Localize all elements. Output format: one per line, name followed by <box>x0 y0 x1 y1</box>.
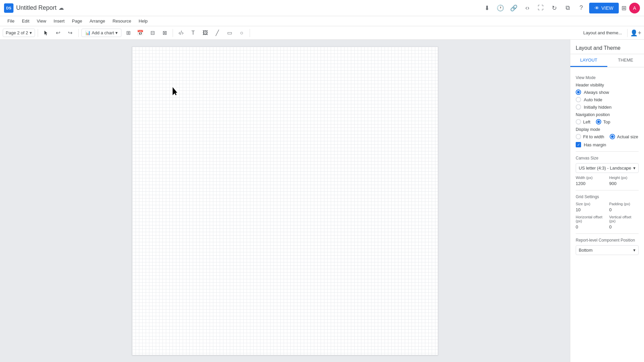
embed-url-btn[interactable]: ‹/› <box>176 28 186 38</box>
component-position-chevron: ▾ <box>633 248 636 253</box>
nav-left-option[interactable]: Left <box>576 119 591 124</box>
tab-layout[interactable]: LAYOUT <box>570 54 607 67</box>
nav-left-label: Left <box>583 119 591 124</box>
canvas-size-section-title: Canvas Size <box>576 156 639 160</box>
menu-view[interactable]: View <box>33 17 49 25</box>
view-icon: 👁 <box>595 5 599 11</box>
refresh-icon-btn[interactable]: ↻ <box>549 3 560 13</box>
main-content: Layout and Theme LAYOUT THEME View Mode … <box>0 40 644 362</box>
component-position-dropdown[interactable]: Bottom ▾ <box>576 245 639 255</box>
add-table-btn[interactable]: ⊞ <box>123 28 134 38</box>
nav-left-radio[interactable] <box>576 119 581 124</box>
header-always-show-option[interactable]: Always show <box>576 89 639 95</box>
display-mode-group: Fit to width Actual size <box>576 134 639 139</box>
add-chart-label: Add a chart <box>92 30 114 35</box>
canvas-width-label: Width (px) <box>576 176 605 180</box>
menu-edit[interactable]: Edit <box>19 17 33 25</box>
add-date-btn[interactable]: 📅 <box>135 28 146 38</box>
grid-v-offset-label: Vertical offset (px) <box>609 215 639 223</box>
grid-h-offset-value[interactable]: 0 <box>576 224 605 229</box>
header-visibility-label: Header visibility <box>576 83 639 87</box>
grid-v-offset-value[interactable]: 0 <box>609 224 639 229</box>
grid-size-group: Size (px) 10 <box>576 202 605 212</box>
nav-top-radio[interactable] <box>596 119 601 124</box>
has-margin-option[interactable]: ✓ Has margin <box>576 142 639 147</box>
canvas-height-value[interactable]: 900 <box>609 181 639 186</box>
canvas-width-value[interactable]: 1200 <box>576 181 605 186</box>
header-initially-hidden-option[interactable]: Initially hidden <box>576 104 639 110</box>
component-position-value: Bottom <box>579 248 593 253</box>
right-panel: Layout and Theme LAYOUT THEME View Mode … <box>570 40 644 362</box>
tab-theme[interactable]: THEME <box>607 54 644 67</box>
fullscreen-icon-btn[interactable]: ⛶ <box>535 3 546 13</box>
add-filter-btn[interactable]: ⊟ <box>147 28 158 38</box>
grid-h-offset-group: Horizontal offset (px) 0 <box>576 215 605 229</box>
canvas-size-dropdown[interactable]: US letter (4:3) - Landscape ▾ <box>576 163 639 173</box>
select-tool-btn[interactable] <box>41 28 51 38</box>
add-scorecard-btn[interactable]: ⊠ <box>159 28 170 38</box>
share-icon[interactable]: 👤+ <box>630 29 641 37</box>
undo-btn[interactable]: ↩ <box>53 28 64 38</box>
header-always-show-label: Always show <box>584 90 609 95</box>
view-button[interactable]: 👁 VIEW <box>589 3 619 13</box>
line-btn[interactable]: ╱ <box>212 28 223 38</box>
display-actual-label: Actual size <box>617 134 638 139</box>
header-initially-hidden-radio[interactable] <box>576 104 581 110</box>
text-box-btn[interactable]: T <box>188 28 199 38</box>
display-fit-radio[interactable] <box>576 134 581 139</box>
link-icon-btn[interactable]: 🔗 <box>508 3 519 13</box>
display-fit-label: Fit to width <box>583 134 604 139</box>
display-actual-option[interactable]: Actual size <box>610 134 638 139</box>
report-canvas[interactable] <box>132 46 438 355</box>
menu-page[interactable]: Page <box>69 17 85 25</box>
menu-arrange[interactable]: Arrange <box>86 17 108 25</box>
header-visibility-group: Always show Auto hide Initially hidden <box>576 89 639 110</box>
canvas-height-group: Height (px) 900 <box>609 176 639 186</box>
user-avatar[interactable]: A <box>629 3 640 13</box>
header-always-show-radio[interactable] <box>576 89 581 95</box>
image-btn[interactable]: 🖼 <box>200 28 211 38</box>
menu-file[interactable]: File <box>4 17 18 25</box>
header-initially-hidden-label: Initially hidden <box>584 105 611 110</box>
grid-padding-value[interactable]: 0 <box>609 207 639 212</box>
grid-offsets: Horizontal offset (px) 0 Vertical offset… <box>576 215 639 229</box>
help-icon-btn[interactable]: ? <box>576 3 586 13</box>
grid-size-value[interactable]: 10 <box>576 207 605 212</box>
component-position-section-title: Report-level Component Position <box>576 238 639 243</box>
add-chart-button[interactable]: 📊 Add a chart ▾ <box>81 29 122 37</box>
rectangle-btn[interactable]: ▭ <box>224 28 235 38</box>
grid-padding-label: Padding (px) <box>609 202 639 206</box>
schedule-icon-btn[interactable]: 🕐 <box>495 3 506 13</box>
nav-top-option[interactable]: Top <box>596 119 610 124</box>
copy-icon-btn[interactable]: ⧉ <box>562 3 573 13</box>
add-chart-chevron: ▾ <box>115 30 118 35</box>
header-auto-hide-option[interactable]: Auto hide <box>576 97 639 102</box>
menu-resource[interactable]: Resource <box>109 17 135 25</box>
has-margin-checkbox[interactable]: ✓ <box>576 142 581 147</box>
toolbar-divider-4 <box>250 29 250 37</box>
canvas-size-value: US letter (4:3) - Landscape <box>579 166 631 171</box>
layout-theme-button[interactable]: Layout and theme... <box>581 29 625 37</box>
page-selector-label: Page 2 of 2 <box>6 30 28 35</box>
toolbar-divider-5 <box>627 29 628 37</box>
has-margin-label: Has margin <box>584 142 606 147</box>
circle-btn[interactable]: ○ <box>236 28 247 38</box>
download-icon-btn[interactable]: ⬇ <box>481 3 492 13</box>
doc-title: Untitled Report <box>16 4 57 11</box>
toolbar-divider-3 <box>173 29 173 37</box>
menu-help[interactable]: Help <box>135 17 151 25</box>
toolbar: Page 2 of 2 ▾ ↩ ↪ 📊 Add a chart ▾ ⊞ 📅 ⊟ … <box>0 26 644 40</box>
embed-icon-btn[interactable]: ‹› <box>522 3 533 13</box>
canvas-area[interactable] <box>0 40 570 362</box>
apps-grid-icon[interactable]: ⊞ <box>621 4 627 12</box>
doc-title-area: Untitled Report ☁ <box>16 4 64 11</box>
header-auto-hide-radio[interactable] <box>576 97 581 102</box>
save-status-icon[interactable]: ☁ <box>59 5 64 11</box>
panel-tabs: LAYOUT THEME <box>570 54 644 67</box>
redo-btn[interactable]: ↪ <box>65 28 76 38</box>
display-actual-radio[interactable] <box>610 134 615 139</box>
panel-body: View Mode Header visibility Always show … <box>570 67 644 262</box>
menu-insert[interactable]: Insert <box>50 17 68 25</box>
display-fit-option[interactable]: Fit to width <box>576 134 604 139</box>
page-selector[interactable]: Page 2 of 2 ▾ <box>3 29 35 37</box>
